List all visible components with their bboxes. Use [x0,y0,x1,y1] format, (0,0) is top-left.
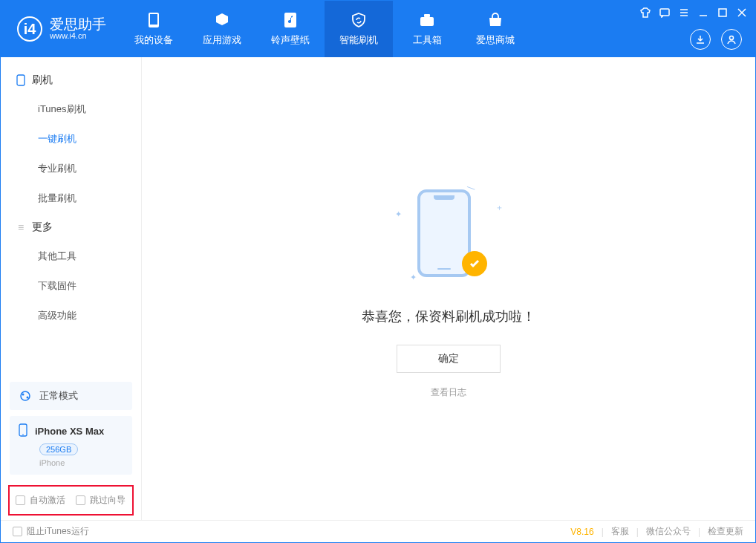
svg-point-13 [22,434,24,435]
device-type: iPhone [39,458,123,467]
version-label: V8.16 [570,527,593,537]
device-name: iPhone XS Max [35,426,104,437]
main-tabs: 我的设备 应用游戏 铃声壁纸 智能刷机 工具箱 爱思商城 [120,1,529,57]
svg-rect-5 [660,9,669,16]
device-icon [16,75,26,85]
tab-store[interactable]: 爱思商城 [461,1,529,57]
checkbox-icon [13,527,22,536]
close-icon[interactable] [736,7,748,19]
svg-rect-8 [17,75,25,85]
user-icon[interactable] [721,29,742,50]
checkbox-icon [16,495,25,505]
body: 刷机 iTunes刷机 一键刷机 专业刷机 批量刷机 ≡ 更多 其他工具 下载固… [1,57,755,520]
phone-icon [145,11,163,29]
header: i4 爱思助手 www.i4.cn 我的设备 应用游戏 铃声壁纸 智能刷机 工具… [1,1,755,57]
tab-label: 爱思商城 [476,33,515,47]
mode-icon [19,389,32,403]
svg-rect-3 [420,17,434,26]
svg-rect-4 [424,14,430,17]
device-storage-badge: 256GB [39,443,78,455]
app-url: www.i4.cn [50,31,106,41]
cube-icon [213,11,231,29]
mode-label: 正常模式 [39,389,78,403]
tab-ringtones[interactable]: 铃声壁纸 [256,1,325,57]
tab-label: 智能刷机 [339,33,378,47]
feedback-icon[interactable] [659,7,671,19]
ok-button[interactable]: 确定 [397,345,501,373]
footer-link-support[interactable]: 客服 [611,525,629,538]
store-icon [486,11,504,29]
tab-toolbox[interactable]: 工具箱 [393,1,461,57]
tab-flash[interactable]: 智能刷机 [325,1,393,57]
minimize-icon[interactable] [697,7,709,19]
sidebar-item-download-firmware[interactable]: 下载固件 [1,271,141,301]
checkbox-skip-guide[interactable]: 跳过向导 [76,494,126,507]
tab-my-device[interactable]: 我的设备 [120,1,188,57]
separator: | [602,527,604,537]
checkbox-label: 跳过向导 [90,494,126,507]
sparkle-icon: ✦ [410,273,417,282]
sidebar-item-other-tools[interactable]: 其他工具 [1,241,141,271]
tab-label: 工具箱 [413,33,442,47]
sidebar-item-pro-flash[interactable]: 专业刷机 [1,154,141,183]
group-label: 刷机 [32,74,53,87]
checkbox-block-itunes[interactable]: 阻止iTunes运行 [13,525,89,538]
sidebar-item-oneclick-flash[interactable]: 一键刷机 [1,124,141,154]
svg-rect-1 [150,14,157,25]
toolbox-icon [418,11,436,29]
checkbox-label: 自动激活 [30,494,65,507]
checkmark-badge-icon [462,251,487,276]
group-label: 更多 [32,221,53,234]
svg-point-10 [22,394,25,396]
view-log-link[interactable]: 查看日志 [431,386,466,399]
header-actions [690,29,742,50]
menu-icon[interactable] [678,7,690,19]
svg-point-11 [27,397,29,399]
separator: | [698,527,700,537]
tab-label: 铃声壁纸 [271,33,310,47]
window-controls [639,7,748,19]
sidebar-group-flash: 刷机 [1,66,141,94]
app-name: 爱思助手 [50,17,106,31]
options-highlight: 自动激活 跳过向导 [8,485,134,516]
shirt-icon[interactable] [639,7,651,19]
sidebar-item-advanced[interactable]: 高级功能 [1,301,141,331]
list-icon: ≡ [16,222,26,233]
success-illustration: ✦ ＋ ✦ — [389,178,508,290]
footer: 阻止iTunes运行 V8.16 | 客服 | 微信公众号 | 检查更新 [1,520,755,542]
checkbox-icon [76,495,85,505]
sidebar-item-batch-flash[interactable]: 批量刷机 [1,183,141,213]
svg-point-9 [21,391,30,400]
maximize-icon[interactable] [717,7,729,19]
refresh-shield-icon [350,11,368,29]
checkbox-auto-activate[interactable]: 自动激活 [16,494,65,507]
sidebar-group-more: ≡ 更多 [1,213,141,241]
footer-link-update[interactable]: 检查更新 [708,525,743,538]
mode-card[interactable]: 正常模式 [10,382,132,410]
tab-label: 我的设备 [134,33,173,47]
svg-rect-6 [719,9,726,16]
sparkle-icon: ✦ [395,209,402,219]
separator: | [636,527,639,537]
success-message: 恭喜您，保资料刷机成功啦！ [362,308,535,325]
phone-small-icon [19,423,27,439]
device-card[interactable]: iPhone XS Max 256GB iPhone [10,416,132,475]
logo-icon: i4 [17,16,42,42]
tab-apps[interactable]: 应用游戏 [188,1,256,57]
sparkle-icon: ＋ [495,202,504,213]
footer-link-wechat[interactable]: 微信公众号 [646,525,691,538]
sidebar-item-itunes-flash[interactable]: iTunes刷机 [1,94,141,124]
checkbox-label: 阻止iTunes运行 [27,525,89,538]
app-logo: i4 爱思助手 www.i4.cn [1,16,120,42]
music-file-icon [281,11,299,29]
svg-point-7 [730,36,734,40]
tab-label: 应用游戏 [203,33,241,47]
sidebar: 刷机 iTunes刷机 一键刷机 专业刷机 批量刷机 ≡ 更多 其他工具 下载固… [1,57,142,520]
download-icon[interactable] [690,29,711,50]
main-content: ✦ ＋ ✦ — 恭喜您，保资料刷机成功啦！ 确定 查看日志 [142,57,755,520]
